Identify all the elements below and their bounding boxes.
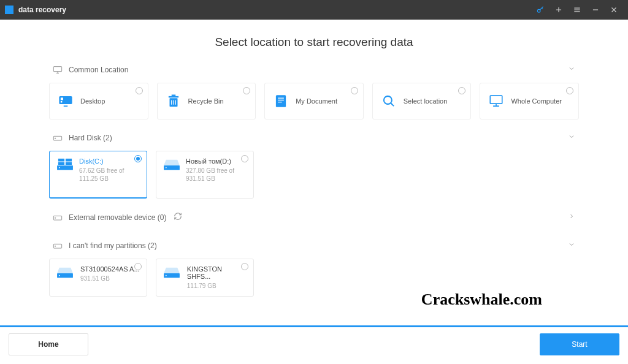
harddisk-icon — [53, 241, 63, 250]
card-recycle-bin[interactable]: Recycle Bin — [157, 83, 256, 119]
app-title: data recovery — [18, 6, 66, 14]
radio-icon[interactable] — [134, 263, 142, 270]
svg-point-9 — [384, 96, 392, 104]
svg-rect-16 — [58, 162, 64, 165]
disk-sub: 327.80 GB free of 931.51 GB — [186, 167, 247, 183]
radio-icon[interactable] — [241, 155, 248, 162]
key-icon[interactable] — [531, 0, 550, 20]
home-button[interactable]: Home — [9, 333, 88, 355]
external-icon — [53, 213, 63, 222]
radio-icon[interactable] — [351, 87, 358, 94]
radio-icon[interactable] — [134, 155, 142, 162]
section-common-location[interactable]: Common Location — [49, 60, 579, 79]
close-icon[interactable] — [605, 0, 623, 20]
card-whole-computer[interactable]: Whole Computer — [480, 83, 579, 119]
svg-rect-8 — [276, 95, 286, 107]
lost-disk-card-0[interactable]: ST31000524AS A... 931.51 GB — [49, 259, 147, 297]
harddisk-icon — [53, 134, 63, 142]
card-select-location[interactable]: Select location — [372, 83, 472, 119]
svg-rect-15 — [66, 159, 72, 162]
section-external[interactable]: External removable device (0) — [49, 207, 579, 227]
disk-name: Disk(C:) — [79, 157, 140, 165]
radio-icon[interactable] — [566, 87, 573, 94]
svg-point-22 — [55, 218, 55, 218]
svg-rect-7 — [171, 94, 175, 96]
svg-rect-14 — [58, 159, 64, 162]
svg-point-26 — [59, 275, 60, 276]
desktop-icon — [57, 93, 74, 110]
section-label: Hard Disk (2) — [69, 134, 112, 142]
svg-rect-3 — [61, 97, 63, 100]
search-icon — [380, 93, 397, 110]
radio-icon[interactable] — [241, 263, 248, 270]
start-button[interactable]: Start — [540, 333, 619, 355]
svg-point-24 — [55, 246, 55, 246]
drive-icon — [163, 157, 181, 192]
watermark: Crackswhale.com — [421, 290, 542, 309]
svg-point-28 — [166, 275, 167, 276]
common-location-row: Desktop Recycle Bin My Document Select l… — [49, 83, 579, 119]
card-label: Desktop — [80, 97, 105, 105]
minimize-icon[interactable] — [586, 0, 605, 20]
disk-name: ST31000524AS A... — [80, 265, 140, 273]
section-label: Common Location — [69, 66, 128, 74]
chevron-down-icon — [568, 241, 575, 250]
card-my-document[interactable]: My Document — [264, 83, 364, 119]
drive-icon — [56, 265, 75, 290]
titlebar: data recovery — [0, 0, 628, 20]
disk-card-d[interactable]: Новый том(D:) 327.80 GB free of 931.51 G… — [156, 151, 254, 199]
section-hard-disk[interactable]: Hard Disk (2) — [49, 128, 579, 147]
svg-point-0 — [537, 9, 540, 12]
drive-icon — [163, 265, 182, 290]
card-label: My Document — [296, 97, 337, 105]
card-desktop[interactable]: Desktop — [49, 83, 148, 119]
card-label: Whole Computer — [511, 97, 562, 105]
section-label: External removable device (0) — [69, 213, 166, 222]
monitor-icon — [53, 66, 63, 74]
computer-icon — [488, 93, 505, 110]
section-label: I can't find my partitions (2) — [69, 241, 157, 250]
svg-rect-4 — [61, 101, 62, 102]
disk-name: KINGSTON SHFS... — [187, 265, 247, 280]
windows-drive-icon — [56, 157, 74, 191]
svg-point-12 — [55, 138, 55, 138]
app-logo-icon — [5, 6, 13, 14]
document-icon — [272, 93, 289, 110]
disk-sub: 67.62 GB free of 111.25 GB — [79, 167, 140, 183]
card-label: Select location — [404, 97, 448, 105]
lost-disk-card-1[interactable]: KINGSTON SHFS... 111.79 GB — [156, 259, 254, 297]
refresh-icon[interactable] — [174, 212, 182, 222]
radio-icon[interactable] — [458, 87, 465, 94]
section-lost-partitions[interactable]: I can't find my partitions (2) — [49, 236, 579, 255]
chevron-right-icon — [568, 213, 575, 222]
disk-sub: 931.51 GB — [80, 275, 140, 282]
chevron-down-icon — [568, 65, 575, 74]
hard-disk-row: Disk(C:) 67.62 GB free of 111.25 GB Новы… — [49, 151, 579, 199]
svg-point-20 — [166, 167, 167, 169]
trash-icon — [165, 93, 182, 110]
disk-card-c[interactable]: Disk(C:) 67.62 GB free of 111.25 GB — [49, 151, 147, 199]
svg-rect-10 — [491, 96, 503, 104]
svg-rect-17 — [66, 162, 72, 165]
plus-icon[interactable] — [550, 0, 568, 20]
page-title: Select location to start recovering data — [0, 20, 628, 60]
radio-icon[interactable] — [243, 87, 250, 94]
disk-sub: 111.79 GB — [187, 282, 247, 290]
footer: Home Start — [0, 325, 628, 364]
svg-rect-6 — [168, 96, 178, 97]
chevron-down-icon — [568, 133, 575, 142]
card-label: Recycle Bin — [188, 97, 224, 105]
radio-icon[interactable] — [136, 87, 143, 94]
svg-rect-1 — [53, 66, 61, 71]
svg-point-18 — [59, 167, 60, 169]
menu-icon[interactable] — [568, 0, 586, 20]
disk-name: Новый том(D:) — [186, 157, 247, 165]
